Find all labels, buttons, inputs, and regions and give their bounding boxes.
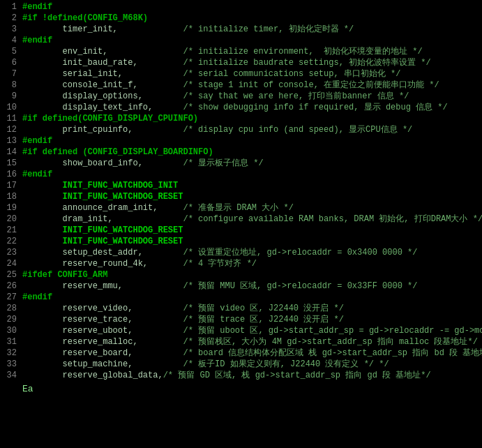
- line-number: 9: [3, 91, 22, 102]
- line-content: console_init_f, /* stage 1 init of conso…: [22, 80, 479, 91]
- line-content-partial: Ea: [22, 384, 479, 395]
- code-editor: 1 #endif 2 #if !defined(CONFIG_M68K) 3 t…: [0, 0, 482, 448]
- line-number: 16: [3, 169, 22, 180]
- line-number: 24: [3, 258, 22, 269]
- code-lines: 1 #endif 2 #if !defined(CONFIG_M68K) 3 t…: [0, 1, 482, 395]
- code-line: 7 serial_init, /* serial communications …: [0, 68, 482, 80]
- line-number: 4: [3, 35, 22, 46]
- line-content: reserve_board, /* board 信息结构体分配区域 栈 gd->…: [22, 348, 482, 359]
- line-number: 3: [3, 24, 22, 35]
- code-line: 13 #endif: [0, 135, 482, 147]
- code-line: 18 INIT_FUNC_WATCHDOG_RESET: [0, 191, 482, 202]
- code-line: 32 reserve_board, /* board 信息结构体分配区域 栈 g…: [0, 348, 482, 359]
- line-number: 27: [3, 292, 22, 303]
- code-line: 20 dram_init, /* configure available RAM…: [0, 214, 482, 225]
- line-number: 5: [3, 46, 22, 57]
- line-content: #endif: [22, 169, 479, 180]
- code-line: 34 reserve_global_data,/* 预留 GD 区域, 栈 gd…: [0, 370, 482, 381]
- line-content: init_baud_rate, /* initialize baudrate s…: [22, 57, 479, 68]
- code-line: 22 INIT_FUNC_WATCHDOG_RESET: [0, 236, 482, 247]
- code-line: 21 INIT_FUNC_WATCHDOG_RESET: [0, 225, 482, 236]
- line-number: 30: [3, 325, 22, 336]
- line-content: reserve_trace, /* 预留 trace 区, J22440 没开启…: [22, 314, 479, 325]
- line-number: 21: [3, 225, 22, 236]
- line-content: timer_init, /* initialize timer, 初始化定时器 …: [22, 24, 479, 35]
- code-line: 25 #ifdef CONFIG_ARM: [0, 269, 482, 281]
- line-content: INIT_FUNC_WATCHDOG_RESET: [22, 191, 479, 202]
- code-line: 23 setup_dest_addr, /* 设置重定位地址, gd->relo…: [0, 247, 482, 258]
- line-content: reserve_video, /* 预留 video 区, J22440 没开启…: [22, 303, 479, 314]
- line-number: 19: [3, 202, 22, 214]
- code-line-partial: Ea: [0, 384, 482, 395]
- line-number: 34: [3, 370, 22, 381]
- code-line: 24 reserve_round_4k, /* 4 字节对齐 */: [0, 258, 482, 269]
- line-content: dram_init, /* configure available RAM ba…: [22, 214, 482, 225]
- code-line: 11 #if defined(CONFIG_DISPLAY_CPUINFO): [0, 113, 482, 124]
- code-line: 8 console_init_f, /* stage 1 init of con…: [0, 80, 482, 91]
- line-number: 15: [3, 158, 22, 169]
- line-content: #endif: [22, 135, 479, 147]
- line-number: 17: [3, 180, 22, 191]
- line-content: #if !defined(CONFIG_M68K): [22, 13, 479, 24]
- line-number: 26: [3, 281, 22, 292]
- line-content: reserve_global_data,/* 预留 GD 区域, 栈 gd->s…: [22, 370, 479, 381]
- line-number: 22: [3, 236, 22, 247]
- line-content: INIT_FUNC_WATCHDOG_RESET: [22, 225, 479, 236]
- line-content: INIT_FUNC_WATCHDOG_RESET: [22, 236, 479, 247]
- line-number: 33: [3, 359, 22, 370]
- code-line: 16 #endif: [0, 169, 482, 180]
- line-number: 31: [3, 336, 22, 348]
- line-number: 6: [3, 57, 22, 68]
- line-content: print_cpuinfo, /* display cpu info (and …: [22, 124, 479, 135]
- line-number: 14: [3, 147, 22, 158]
- code-line: 14 #if defined (CONFIG_DISPLAY_BOARDINFO…: [0, 147, 482, 158]
- line-content: serial_init, /* serial communications se…: [22, 68, 479, 80]
- line-number: 2: [3, 13, 22, 24]
- line-content: #ifdef CONFIG_ARM: [22, 269, 479, 281]
- code-line: 6 init_baud_rate, /* initialize baudrate…: [0, 57, 482, 68]
- line-content: display_options, /* say that we are here…: [22, 91, 479, 102]
- code-line: 17 INIT_FUNC_WATCHDOG_INIT: [0, 180, 482, 191]
- code-line: 30 reserve_uboot, /* 预留 uboot 区, gd->sta…: [0, 325, 482, 336]
- line-number: 10: [3, 102, 22, 113]
- line-content: reserve_uboot, /* 预留 uboot 区, gd->start_…: [22, 325, 482, 336]
- line-content: reserve_mmu, /* 预留 MMU 区域, gd->relocaddr…: [22, 281, 479, 292]
- line-content: display_text_info, /* show debugging inf…: [22, 102, 479, 113]
- line-content: INIT_FUNC_WATCHDOG_INIT: [22, 180, 479, 191]
- line-number: 20: [3, 214, 22, 225]
- line-number: 13: [3, 135, 22, 147]
- line-number: 12: [3, 124, 22, 135]
- code-line: 26 reserve_mmu, /* 预留 MMU 区域, gd->reloca…: [0, 281, 482, 292]
- code-line: 27 #endif: [0, 292, 482, 303]
- code-line: 9 display_options, /* say that we are he…: [0, 91, 482, 102]
- code-line: 31 reserve_malloc, /* 预留栈区, 大小为 4M gd->s…: [0, 336, 482, 348]
- line-number: 11: [3, 113, 22, 124]
- line-content: #if defined(CONFIG_DISPLAY_CPUINFO): [22, 113, 479, 124]
- code-line: 10 display_text_info, /* show debugging …: [0, 102, 482, 113]
- code-line: 12 print_cpuinfo, /* display cpu info (a…: [0, 124, 482, 135]
- line-content: #endif: [22, 292, 479, 303]
- line-number: 29: [3, 314, 22, 325]
- line-content: setup_dest_addr, /* 设置重定位地址, gd->relocad…: [22, 247, 479, 258]
- line-number: 7: [3, 68, 22, 80]
- code-line: 29 reserve_trace, /* 预留 trace 区, J22440 …: [0, 314, 482, 325]
- line-number: 28: [3, 303, 22, 314]
- line-content: setup_machine, /* 板子ID 如果定义则有, J22440 没有…: [22, 359, 479, 370]
- code-line: 15 show_board_info, /* 显示板子信息 */: [0, 158, 482, 169]
- line-number: 18: [3, 191, 22, 202]
- line-content: reserve_round_4k, /* 4 字节对齐 */: [22, 258, 479, 269]
- code-line: 5 env_init, /* initialize environment, 初…: [0, 46, 482, 57]
- code-line: 1 #endif: [0, 1, 482, 13]
- line-number: 8: [3, 80, 22, 91]
- line-number: 25: [3, 269, 22, 281]
- code-line: 33 setup_machine, /* 板子ID 如果定义则有, J22440…: [0, 359, 482, 370]
- line-number: 1: [3, 1, 22, 13]
- code-line: 2 #if !defined(CONFIG_M68K): [0, 13, 482, 24]
- line-content: env_init, /* initialize environment, 初始化…: [22, 46, 479, 57]
- code-line: 19 announce_dram_init, /* 准备显示 DRAM 大小 *…: [0, 202, 482, 214]
- line-content: show_board_info, /* 显示板子信息 */: [22, 158, 479, 169]
- line-content: #endif: [22, 35, 479, 46]
- code-line: 4 #endif: [0, 35, 482, 46]
- line-number: 32: [3, 348, 22, 359]
- code-line: 3 timer_init, /* initialize timer, 初始化定时…: [0, 24, 482, 35]
